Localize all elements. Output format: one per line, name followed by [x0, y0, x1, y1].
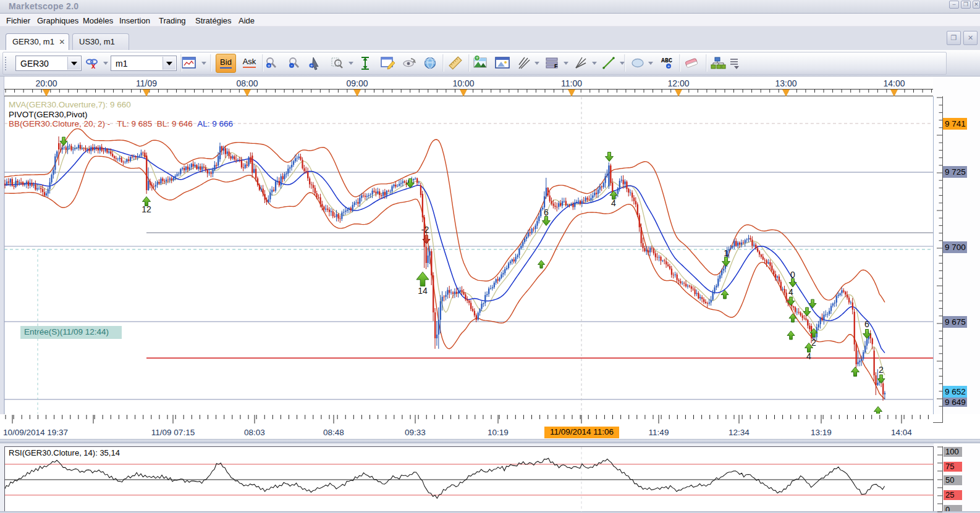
- svg-text:12: 12: [142, 204, 151, 214]
- svg-text:14: 14: [418, 286, 428, 296]
- svg-text:1: 1: [724, 248, 729, 258]
- svg-text:2: 2: [811, 338, 816, 348]
- svg-text:-2: -2: [421, 225, 429, 235]
- svg-text:6: 6: [544, 207, 549, 217]
- svg-text:0: 0: [790, 270, 795, 280]
- svg-text:2: 2: [879, 365, 884, 375]
- svg-text:4: 4: [806, 351, 811, 361]
- svg-text:4: 4: [788, 287, 793, 297]
- svg-text:4: 4: [611, 198, 616, 208]
- svg-text:6: 6: [864, 319, 869, 329]
